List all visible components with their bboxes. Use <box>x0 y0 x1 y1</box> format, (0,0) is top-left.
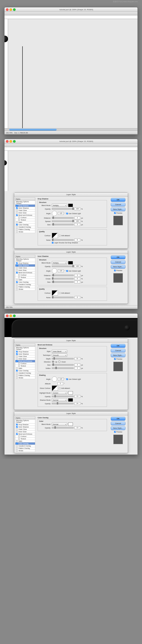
sidebar-item-inner-shadow[interactable]: Inner Shadow <box>15 353 35 355</box>
checkbox[interactable] <box>16 272 18 274</box>
slider-size[interactable] <box>52 224 73 225</box>
checkbox-preview[interactable] <box>114 431 116 433</box>
ruler-horizontal[interactable] <box>4 16 138 19</box>
sidebar-item-gradient-overlay[interactable]: Gradient Overlay <box>15 284 35 286</box>
zoom-icon[interactable] <box>13 8 16 11</box>
window-titlebar[interactable]: tutorial.psd @ 236% (Shape 15, RGB/8) <box>4 7 138 12</box>
checkbox[interactable] <box>16 265 18 266</box>
checkbox[interactable] <box>16 286 18 288</box>
slider-choke[interactable] <box>52 278 73 280</box>
input-noise[interactable]: 0 <box>74 296 80 299</box>
sidebar-item-texture[interactable]: Texture <box>15 365 35 367</box>
sidebar-item-drop-shadow[interactable]: Drop Shadow <box>15 262 35 264</box>
input-angle[interactable]: 120 <box>58 212 64 215</box>
sidebar-header[interactable]: Styles <box>15 255 35 258</box>
window-titlebar[interactable] <box>4 314 138 318</box>
angle-control[interactable] <box>52 376 57 382</box>
slider-size[interactable] <box>52 364 73 366</box>
canvas-area[interactable] <box>4 318 138 337</box>
checkbox[interactable] <box>16 445 18 447</box>
ok-button[interactable]: OK <box>111 256 126 259</box>
cancel-button[interactable]: Cancel <box>111 349 126 352</box>
select-technique[interactable]: Smooth▾ <box>52 354 67 357</box>
checkbox[interactable] <box>16 443 18 444</box>
contour-picker[interactable] <box>52 290 58 296</box>
sidebar-item-texture[interactable]: Texture <box>15 276 35 279</box>
sidebar-header[interactable]: Styles <box>15 344 35 346</box>
ok-button[interactable]: OK <box>111 344 126 348</box>
input-distance[interactable]: 3 <box>74 216 80 219</box>
zoom-icon[interactable] <box>13 140 16 143</box>
checkbox[interactable] <box>16 267 18 269</box>
slider-distance[interactable] <box>52 275 73 276</box>
sidebar-item-pattern-overlay[interactable]: Pattern Overlay <box>15 447 35 450</box>
sidebar-header[interactable]: Styles <box>15 416 35 420</box>
checkbox[interactable] <box>16 205 18 206</box>
checkbox[interactable] <box>16 351 18 352</box>
window-titlebar[interactable]: tutorial.psd @ 236% (Shape 15, RGB/8) <box>4 139 138 144</box>
angle-control[interactable] <box>52 211 57 216</box>
sidebar-item-pattern-overlay[interactable]: Pattern Overlay <box>15 228 35 231</box>
angle-control[interactable] <box>52 268 57 274</box>
sidebar-item-satin[interactable]: Satin <box>15 279 35 281</box>
color-swatch[interactable] <box>68 398 73 402</box>
input-soften[interactable]: 3 <box>74 367 80 370</box>
checkbox[interactable] <box>16 224 18 226</box>
color-swatch[interactable] <box>68 422 73 426</box>
checkbox[interactable] <box>16 370 18 372</box>
cancel-button[interactable]: Cancel <box>111 260 126 264</box>
checkbox[interactable] <box>18 365 20 367</box>
sidebar-item-drop-shadow[interactable]: Drop Shadow <box>15 424 35 426</box>
sidebar-item-inner-glow[interactable]: Inner Glow <box>15 430 35 433</box>
checkbox[interactable] <box>16 210 18 211</box>
sidebar-item-inner-shadow[interactable]: Inner Shadow <box>15 207 35 209</box>
checkbox[interactable] <box>18 217 20 218</box>
input-noise[interactable]: 0 <box>74 238 80 242</box>
sidebar-item-inner-glow[interactable]: Inner Glow <box>15 269 35 272</box>
checkbox[interactable] <box>16 440 18 442</box>
sidebar-item-bevel[interactable]: Bevel and Emboss <box>15 272 35 274</box>
select-blend-mode[interactable]: Multiply▾ <box>52 261 67 264</box>
zoom-level[interactable]: 235.79% <box>6 132 12 134</box>
checkbox[interactable] <box>16 353 18 355</box>
checkbox[interactable] <box>16 450 18 452</box>
select-blend-mode[interactable]: Multiply▾ <box>52 204 67 207</box>
checkbox[interactable] <box>16 212 18 214</box>
checkbox-global-light[interactable] <box>66 213 68 214</box>
sidebar-item-outer-glow[interactable]: Outer Glow <box>15 267 35 269</box>
checkbox-preview[interactable] <box>114 270 116 271</box>
sidebar-item-bevel[interactable]: Bevel and Emboss <box>15 214 35 216</box>
ok-button[interactable]: OK <box>111 417 126 421</box>
slider-noise[interactable] <box>52 239 73 241</box>
slider-noise[interactable] <box>52 297 73 298</box>
sidebar-header[interactable]: Styles <box>15 198 35 200</box>
close-icon[interactable] <box>6 8 8 11</box>
input-opacity[interactable]: 100 <box>74 265 80 268</box>
checkbox[interactable] <box>16 281 18 283</box>
sidebar-item-drop-shadow[interactable]: Drop Shadow <box>15 350 35 353</box>
sidebar-item-pattern-overlay[interactable]: Pattern Overlay <box>15 374 35 377</box>
input-size[interactable]: 3 <box>74 223 80 226</box>
sidebar-item-inner-shadow[interactable]: Inner Shadow <box>15 426 35 428</box>
scroll-thumb[interactable] <box>9 129 57 130</box>
input-depth[interactable]: 31 <box>74 357 80 360</box>
checkbox[interactable] <box>16 226 18 228</box>
checkbox[interactable] <box>16 207 18 209</box>
sidebar-item-blending[interactable]: Blending Options: Default <box>15 258 35 262</box>
sidebar-item-blending[interactable]: Blending Options: Default <box>15 200 35 204</box>
zoom-level[interactable]: 235.79% <box>6 306 12 308</box>
checkbox[interactable] <box>18 274 20 276</box>
sidebar-item-satin[interactable]: Satin <box>15 440 35 442</box>
radio-down[interactable] <box>58 360 61 363</box>
ok-button[interactable]: OK <box>111 198 126 202</box>
input-size[interactable]: 3 <box>74 280 80 284</box>
input-angle[interactable]: 120 <box>58 378 64 380</box>
checkbox-preview[interactable] <box>114 358 116 360</box>
input-opacity[interactable]: 100 <box>74 208 80 210</box>
sidebar-item-stroke[interactable]: Stroke <box>15 288 35 290</box>
checkbox[interactable] <box>16 270 18 271</box>
contour-picker[interactable] <box>52 386 58 391</box>
input-opacity[interactable]: 13 <box>74 426 80 429</box>
checkbox[interactable] <box>16 288 18 290</box>
input-spread[interactable]: 100 <box>74 220 80 223</box>
